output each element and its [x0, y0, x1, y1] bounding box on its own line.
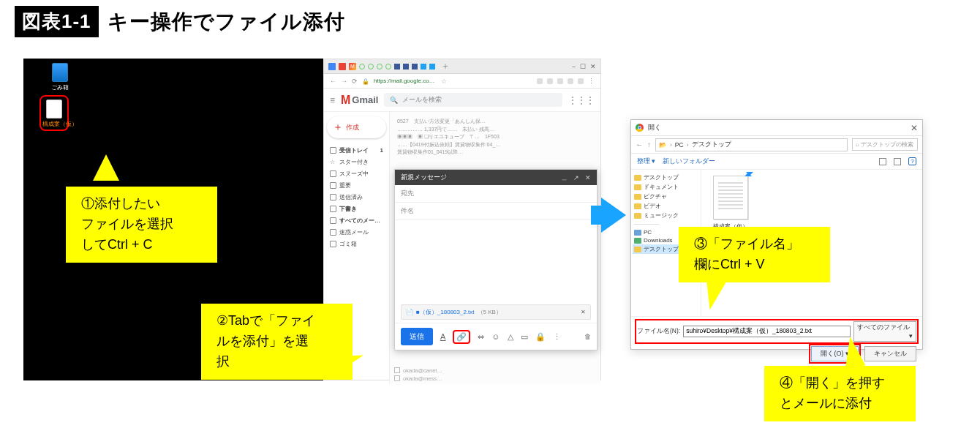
extension-icon[interactable]: [537, 78, 543, 84]
search-icon: ⌕: [856, 141, 859, 148]
compose-header[interactable]: 新規メッセージ ＿ ↗ ✕: [395, 170, 597, 185]
nav-back-icon[interactable]: ←: [636, 140, 643, 149]
extension-icon[interactable]: [568, 78, 573, 84]
hamburger-icon[interactable]: ≡: [330, 95, 335, 105]
dialog-toolbar: 整理 ▾ 新しいフォルダー ?: [631, 154, 922, 170]
link-icon[interactable]: ⇔: [478, 332, 484, 342]
nav-up-icon[interactable]: ↑: [647, 140, 651, 149]
nav-reload-icon[interactable]: ⟳: [352, 78, 358, 85]
more-icon[interactable]: ⋮: [553, 332, 561, 342]
compose-close-icon[interactable]: ✕: [585, 174, 591, 181]
trash-icon: [330, 241, 336, 247]
filter-combo[interactable]: すべてのファイル ▾: [853, 321, 916, 342]
dialog-titlebar[interactable]: 開く ✕: [631, 120, 922, 136]
apps-icon[interactable]: ⋮⋮⋮: [568, 95, 595, 105]
dialog-title: 開く: [648, 123, 661, 132]
desktop-file-selected[interactable]: 構成案（仮）: [39, 95, 69, 131]
tab-twitter-icon[interactable]: [429, 64, 435, 70]
view-mode-icon[interactable]: [894, 158, 901, 165]
send-button[interactable]: 送信: [401, 328, 433, 345]
gmail-compose-button[interactable]: ＋ 作成: [327, 116, 386, 138]
attachment-remove-icon[interactable]: ✕: [581, 309, 586, 315]
organize-menu[interactable]: 整理 ▾: [637, 157, 655, 166]
cancel-button[interactable]: キャンセル: [864, 346, 916, 361]
tab-facebook-icon[interactable]: [403, 64, 409, 70]
discard-icon[interactable]: 🗑: [584, 333, 591, 340]
new-folder-button[interactable]: 新しいフォルダー: [663, 157, 715, 166]
tab-icon[interactable]: [328, 63, 336, 70]
tab-check-icon[interactable]: [377, 64, 382, 70]
help-button[interactable]: ?: [908, 157, 916, 165]
sidebar-item-spam[interactable]: 迷惑メール: [327, 226, 386, 238]
list-item[interactable]: okada@canet…: [403, 367, 442, 374]
tab-icon[interactable]: [339, 63, 346, 70]
path-segment[interactable]: PC: [675, 141, 684, 149]
tab-check-icon[interactable]: [368, 64, 374, 70]
new-tab-button[interactable]: ＋: [441, 60, 450, 72]
browser-menu-icon[interactable]: ⋮: [588, 78, 595, 85]
dialog-path-field[interactable]: 📂 › PC › デスクトップ: [655, 138, 848, 151]
tree-item[interactable]: ドキュメント: [633, 182, 699, 192]
tab-gmail-icon[interactable]: M: [349, 63, 356, 70]
window-min-button[interactable]: −: [572, 63, 576, 70]
extension-icon[interactable]: [557, 78, 563, 84]
preview-line: …………… 1,337円で…… 未払い 残高…: [397, 126, 593, 134]
checkbox[interactable]: [394, 367, 400, 373]
window-close-button[interactable]: ✕: [590, 63, 596, 70]
compose-to-field[interactable]: 宛先: [395, 185, 597, 203]
browser-tab-bar: M ＋ − ☐ ✕: [324, 59, 600, 74]
file-thumbnail[interactable]: 構成案（仮）: [709, 176, 753, 230]
tree-label: ミュージック: [644, 211, 679, 220]
compose-body-field[interactable]: [395, 220, 597, 301]
window-max-button[interactable]: ☐: [580, 63, 586, 70]
address-url[interactable]: https://mail.google.co…: [374, 78, 435, 84]
sidebar-item-inbox[interactable]: 受信トレイ1: [327, 144, 386, 156]
tab-check-icon[interactable]: [359, 64, 365, 70]
tree-item[interactable]: ピクチャ: [633, 192, 699, 201]
sidebar-item-sent[interactable]: 送信済み: [327, 191, 386, 203]
callout-step-3: ③「ファイル名」 欄にCtrl + V: [684, 227, 830, 282]
compose-attachment-chip[interactable]: 📄 ■（仮）_180803_2.txt （5 KB） ✕: [401, 304, 591, 320]
inbox-icon: [330, 147, 336, 154]
tab-facebook-icon[interactable]: [412, 64, 418, 70]
compose-popout-icon[interactable]: ↗: [573, 174, 579, 181]
sidebar-item-drafts[interactable]: 下書き: [327, 203, 386, 214]
sidebar-item-important[interactable]: 重要: [327, 179, 386, 191]
sidebar-item-trash[interactable]: ゴミ箱: [327, 238, 386, 249]
desktop-trash-icon[interactable]: ごみ箱: [45, 63, 75, 91]
list-item[interactable]: okada@mess…: [403, 375, 442, 382]
path-segment[interactable]: デスクトップ: [692, 140, 731, 149]
selection-arrows-icon: [746, 172, 753, 179]
sidebar-item-starred[interactable]: ☆スター付き: [327, 156, 386, 168]
attach-file-button[interactable]: 🔗: [453, 330, 470, 344]
view-mode-icon[interactable]: [879, 158, 886, 165]
bookmark-star-icon[interactable]: ☆: [441, 78, 447, 85]
compose-subject-field[interactable]: 件名: [395, 203, 597, 220]
tab-facebook-icon[interactable]: [394, 64, 400, 70]
extension-icon[interactable]: [578, 78, 584, 84]
extension-icon[interactable]: [547, 78, 553, 84]
nav-back-icon[interactable]: ←: [330, 78, 336, 85]
nav-forward-icon[interactable]: →: [341, 78, 347, 85]
tree-item[interactable]: デスクトップ: [633, 173, 699, 182]
checkbox[interactable]: [394, 375, 400, 381]
dialog-search-input[interactable]: ⌕ デスクトップの検索: [852, 138, 918, 151]
image-icon[interactable]: ▭: [521, 332, 528, 342]
format-icon[interactable]: A: [440, 332, 445, 341]
tab-check-icon[interactable]: [385, 64, 391, 70]
sidebar-item-allmail[interactable]: すべてのメー…: [327, 214, 386, 226]
tree-item[interactable]: ミュージック: [633, 211, 699, 220]
tab-twitter-icon[interactable]: [421, 64, 426, 70]
tree-item[interactable]: ビデオ: [633, 201, 699, 211]
preview-line: ……【0419付振込依頼】賃貸物収集作 04_…: [397, 141, 593, 149]
sidebar-item-snoozed[interactable]: スヌーズ中: [327, 168, 386, 179]
confidential-icon[interactable]: 🔒: [535, 332, 546, 342]
gmail-search-input[interactable]: 🔍 メールを検索: [384, 93, 562, 107]
figure-heading: キー操作でファイル添付: [108, 8, 345, 36]
filename-input[interactable]: [683, 326, 851, 337]
dialog-close-button[interactable]: ✕: [911, 123, 918, 133]
clock-icon: [330, 170, 336, 177]
drive-icon[interactable]: △: [508, 332, 513, 342]
compose-min-icon[interactable]: ＿: [561, 173, 568, 182]
emoji-icon[interactable]: ☺: [491, 332, 500, 341]
